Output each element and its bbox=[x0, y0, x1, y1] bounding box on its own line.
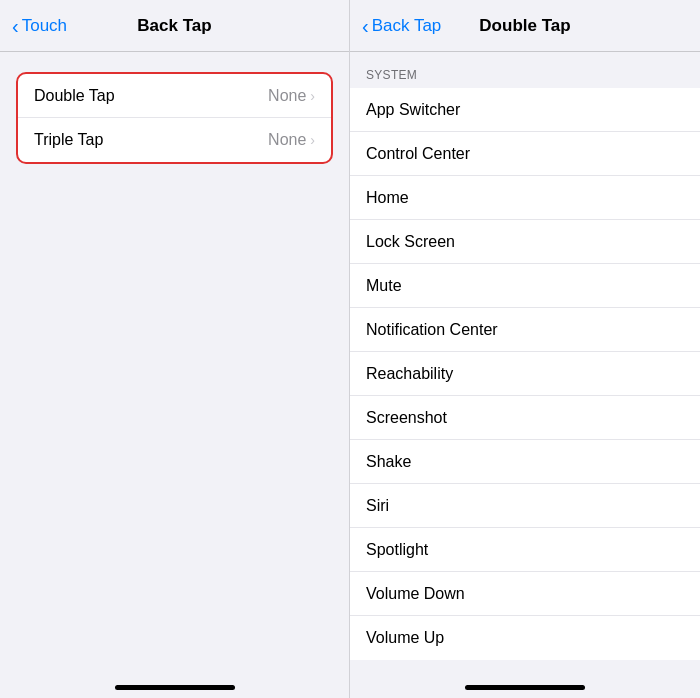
left-home-indicator bbox=[0, 664, 349, 698]
item-home[interactable]: Home bbox=[350, 176, 700, 220]
triple-tap-row[interactable]: Triple Tap None › bbox=[18, 118, 331, 162]
right-nav-bar: ‹ Back Tap Double Tap bbox=[350, 0, 700, 52]
back-touch-button[interactable]: ‹ Touch bbox=[12, 16, 67, 36]
right-back-label: Back Tap bbox=[372, 16, 442, 36]
system-list-group: App Switcher Control Center Home Lock Sc… bbox=[350, 88, 700, 660]
right-panel: ‹ Back Tap Double Tap SYSTEM App Switche… bbox=[350, 0, 700, 698]
item-screenshot[interactable]: Screenshot bbox=[350, 396, 700, 440]
item-control-center[interactable]: Control Center bbox=[350, 132, 700, 176]
left-home-bar bbox=[115, 685, 235, 690]
right-content: SYSTEM App Switcher Control Center Home … bbox=[350, 52, 700, 664]
item-siri[interactable]: Siri bbox=[350, 484, 700, 528]
triple-tap-chevron-icon: › bbox=[310, 132, 315, 148]
item-mute[interactable]: Mute bbox=[350, 264, 700, 308]
item-app-switcher[interactable]: App Switcher bbox=[350, 88, 700, 132]
left-panel: ‹ Touch Back Tap Double Tap None › Tripl… bbox=[0, 0, 350, 698]
left-nav-bar: ‹ Touch Back Tap bbox=[0, 0, 349, 52]
double-tap-value: None › bbox=[268, 87, 315, 105]
right-home-bar bbox=[465, 685, 585, 690]
right-home-indicator bbox=[350, 664, 700, 698]
item-lock-screen[interactable]: Lock Screen bbox=[350, 220, 700, 264]
back-tap-group: Double Tap None › Triple Tap None › bbox=[16, 72, 333, 164]
double-tap-row[interactable]: Double Tap None › bbox=[18, 74, 331, 118]
item-shake[interactable]: Shake bbox=[350, 440, 700, 484]
left-nav-title: Back Tap bbox=[137, 16, 211, 36]
right-nav-title: Double Tap bbox=[479, 16, 570, 36]
back-backtap-button[interactable]: ‹ Back Tap bbox=[362, 16, 441, 36]
triple-tap-label: Triple Tap bbox=[34, 131, 103, 149]
triple-tap-value: None › bbox=[268, 131, 315, 149]
item-volume-up[interactable]: Volume Up bbox=[350, 616, 700, 660]
right-back-chevron-icon: ‹ bbox=[362, 16, 369, 36]
back-chevron-icon: ‹ bbox=[12, 16, 19, 36]
double-tap-label: Double Tap bbox=[34, 87, 115, 105]
item-spotlight[interactable]: Spotlight bbox=[350, 528, 700, 572]
back-touch-label: Touch bbox=[22, 16, 67, 36]
left-content: Double Tap None › Triple Tap None › bbox=[0, 52, 349, 664]
item-reachability[interactable]: Reachability bbox=[350, 352, 700, 396]
item-notification-center[interactable]: Notification Center bbox=[350, 308, 700, 352]
item-volume-down[interactable]: Volume Down bbox=[350, 572, 700, 616]
system-section: SYSTEM App Switcher Control Center Home … bbox=[350, 52, 700, 660]
double-tap-chevron-icon: › bbox=[310, 88, 315, 104]
system-section-header: SYSTEM bbox=[350, 52, 700, 88]
